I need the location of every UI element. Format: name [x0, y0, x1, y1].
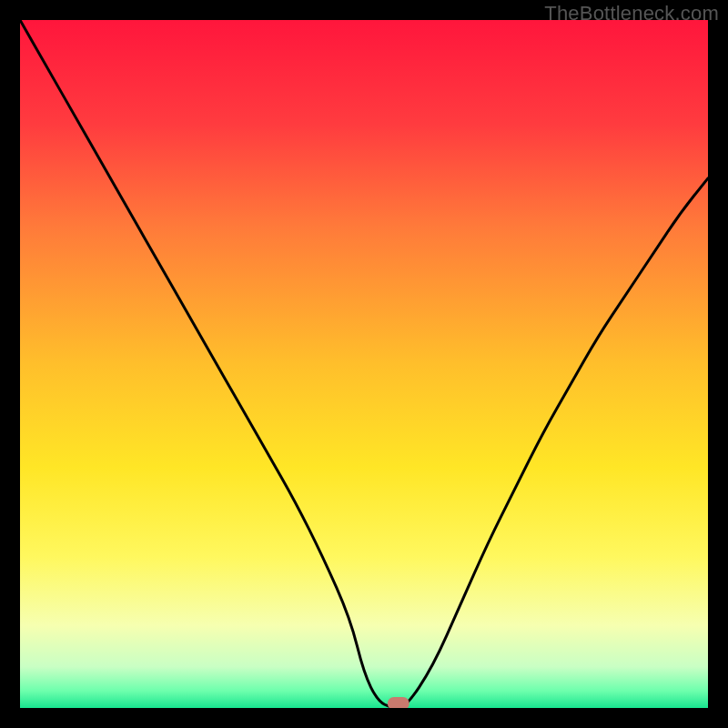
watermark-text: TheBottleneck.com	[544, 2, 719, 25]
plot-area	[20, 20, 708, 708]
gradient-background	[20, 20, 708, 708]
chart-frame: TheBottleneck.com	[0, 0, 728, 728]
chart-svg	[20, 20, 708, 708]
min-marker	[388, 697, 410, 708]
